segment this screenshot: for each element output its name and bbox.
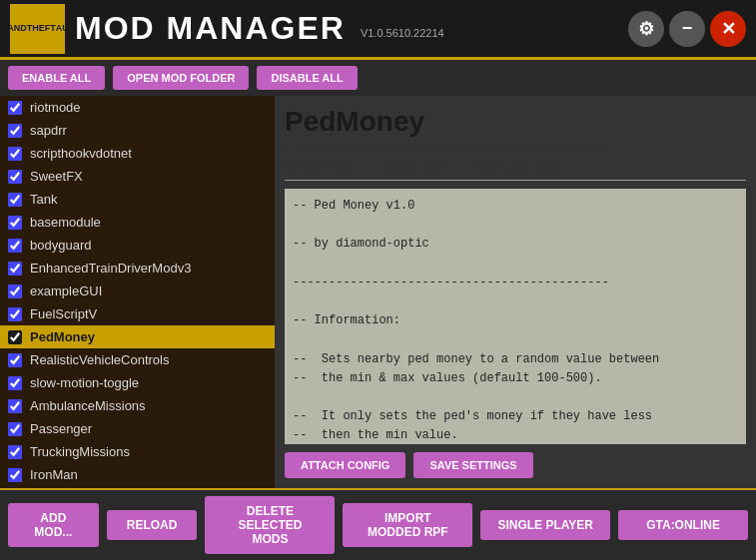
mod-checkbox[interactable] [8, 307, 22, 321]
disable-all-button[interactable]: DISABLE ALL [257, 66, 357, 90]
mod-name-label: exampleGUI [30, 283, 102, 298]
mod-name-label: riotmode [30, 100, 81, 115]
mod-checkbox[interactable] [8, 124, 22, 138]
mod-checkbox[interactable] [8, 262, 22, 276]
mod-checkbox[interactable] [8, 468, 22, 482]
detail-panel: PedMoney C:\Users\Bill\Documents\GTAV Mo… [275, 96, 756, 488]
mod-list-item[interactable]: EnhancedTrainDriverModv3 [0, 257, 275, 280]
mod-list-item[interactable]: sapdrr [0, 119, 275, 142]
mod-checkbox[interactable] [8, 101, 22, 115]
mod-name-label: basemodule [30, 215, 101, 230]
mod-list-item[interactable]: Tank [0, 188, 275, 211]
gta-logo: GRAND THEFT AUTO [10, 4, 65, 54]
mod-checkbox[interactable] [8, 399, 22, 413]
detail-meta: Version: N/A Author: N/A Type: LUA_Mod [285, 160, 746, 181]
mod-checkbox[interactable] [8, 193, 22, 207]
open-mod-folder-button[interactable]: OPEN MOD FOLDER [113, 66, 249, 90]
mod-name-label: bodyguard [30, 238, 91, 253]
mod-list-scroll[interactable]: riotmodesapdrrscripthookvdotnetSweetFXTa… [0, 96, 275, 488]
detail-content: -- Ped Money v1.0 -- by diamond-optic --… [285, 189, 746, 444]
gta-online-button[interactable]: GTA:ONLINE [618, 510, 748, 540]
mod-checkbox[interactable] [8, 353, 22, 367]
mod-checkbox[interactable] [8, 147, 22, 161]
mod-list-item[interactable]: scripthookvdotnet [0, 142, 275, 165]
bottom-bar: ADD MOD... RELoAd DELETE SELECTED MODS I… [0, 488, 756, 560]
detail-actions: ATTACH CONFIG SAVE SETTINGS [285, 452, 746, 478]
mod-checkbox[interactable] [8, 170, 22, 184]
minimize-button[interactable]: − [669, 11, 705, 47]
mod-name-label: PedMoney [30, 329, 95, 344]
mod-list-item[interactable]: slow-motion-toggle [0, 371, 275, 394]
mod-checkbox[interactable] [8, 422, 22, 436]
mod-name-label: FuelScriptV [30, 306, 97, 321]
app-title: MOD MANAGER [75, 10, 346, 47]
mod-name-label: EnhancedTrainDriverModv3 [30, 261, 191, 276]
detail-path: C:\Users\Bill\Documents\GTAV Mods\script… [285, 142, 746, 154]
content-area: riotmodesapdrrscripthookvdotnetSweetFXTa… [0, 96, 756, 488]
mod-name-label: Tank [30, 192, 57, 207]
mod-list-item[interactable]: IronMan [0, 463, 275, 486]
enable-all-button[interactable]: ENABLE ALL [8, 66, 105, 90]
mod-list-item[interactable]: bodyguard [0, 234, 275, 257]
mod-name-label: IronMan [30, 467, 78, 482]
version-meta: Version: N/A [285, 160, 352, 174]
mod-checkbox[interactable] [8, 284, 22, 298]
mod-checkbox[interactable] [8, 330, 22, 344]
toolbar: ENABLE ALL OPEN MOD FOLDER DISABLE ALL [0, 60, 756, 96]
main-content: ENABLE ALL OPEN MOD FOLDER DISABLE ALL r… [0, 60, 756, 560]
mod-list-item[interactable]: RealisticVehicleControls [0, 348, 275, 371]
mod-list-item[interactable]: PedMoney [0, 325, 275, 348]
mod-list-item[interactable]: basemodule [0, 211, 275, 234]
mod-list-item[interactable]: SweetFX [0, 165, 275, 188]
mod-list-item[interactable]: riotmode [0, 96, 275, 119]
title-controls: ⚙ − ✕ [628, 11, 746, 47]
save-settings-button[interactable]: SAVE SETTINGS [413, 452, 532, 478]
mod-checkbox[interactable] [8, 216, 22, 230]
add-mod-button[interactable]: ADD MOD... [8, 503, 99, 547]
mod-name-label: sapdrr [30, 123, 67, 138]
detail-title: PedMoney [285, 106, 746, 138]
mod-name-label: scripthookvdotnet [30, 146, 132, 161]
reload-button[interactable]: RELoAd [107, 510, 198, 540]
mod-name-label: Passenger [30, 421, 92, 436]
mod-list-item[interactable]: FuelScriptV [0, 302, 275, 325]
settings-button[interactable]: ⚙ [628, 11, 664, 47]
close-button[interactable]: ✕ [710, 11, 746, 47]
mod-list-item[interactable]: Passenger [0, 417, 275, 440]
mod-list-item[interactable]: exampleGUI [0, 280, 275, 302]
type-meta: Type: LUA_Mod [473, 160, 559, 174]
author-meta: Author: N/A [381, 160, 443, 174]
mod-checkbox[interactable] [8, 445, 22, 459]
attach-config-button[interactable]: ATTACH CONFIG [285, 452, 405, 478]
title-bar: GRAND THEFT AUTO MOD MANAGER V1.0.5610.2… [0, 0, 756, 60]
import-rpf-button[interactable]: IMPORT MODDED RPF [343, 503, 472, 547]
mod-list-item[interactable]: TruckingMissions [0, 440, 275, 463]
mod-name-label: slow-motion-toggle [30, 375, 139, 390]
mod-checkbox[interactable] [8, 376, 22, 390]
mod-list-item[interactable]: AmbulanceMissions [0, 394, 275, 417]
mod-name-label: SweetFX [30, 169, 83, 184]
mod-name-label: AmbulanceMissions [30, 398, 146, 413]
mod-list-panel: riotmodesapdrrscripthookvdotnetSweetFXTa… [0, 96, 275, 488]
app-version: V1.0.5610.22214 [361, 27, 444, 39]
mod-name-label: RealisticVehicleControls [30, 352, 169, 367]
mod-checkbox[interactable] [8, 239, 22, 253]
mod-name-label: TruckingMissions [30, 444, 130, 459]
delete-selected-button[interactable]: DELETE SELECTED MODS [205, 496, 335, 554]
single-player-button[interactable]: SINGLE PLAYER [480, 510, 610, 540]
